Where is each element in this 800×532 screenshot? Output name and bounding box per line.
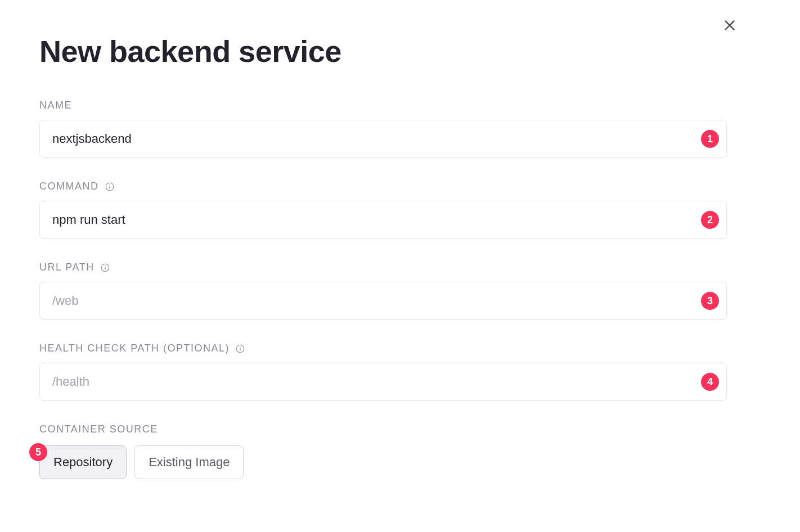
name-input[interactable] [39,120,727,158]
health-check-group: HEALTH CHECK PATH (OPTIONAL) 4 [39,342,727,401]
info-icon[interactable] [100,263,110,273]
close-button[interactable] [721,17,738,34]
name-group: NAME 1 [39,100,727,158]
name-input-wrapper: 1 [39,120,727,158]
health-check-input-wrapper: 4 [39,363,727,401]
info-icon[interactable] [235,344,245,354]
health-check-label-text: HEALTH CHECK PATH (OPTIONAL) [39,342,230,354]
url-path-label-text: URL PATH [39,262,95,273]
command-group: COMMAND 2 [39,181,727,239]
health-check-label: HEALTH CHECK PATH (OPTIONAL) [39,342,727,354]
container-source-toggle: 5 Repository Existing Image [39,445,727,479]
url-path-group: URL PATH 3 [39,262,727,320]
svg-point-1 [109,184,110,186]
command-input[interactable] [39,201,727,239]
annotation-badge-3: 3 [701,292,719,310]
command-input-wrapper: 2 [39,201,727,239]
page-title: New backend service [39,34,727,69]
container-source-group: CONTAINER SOURCE 5 Repository Existing I… [39,423,727,479]
annotation-badge-4: 4 [701,373,719,391]
url-path-input[interactable] [39,282,727,320]
command-label: COMMAND [39,181,727,192]
svg-point-5 [240,346,241,348]
annotation-badge-1: 1 [701,130,719,148]
container-source-label-text: CONTAINER SOURCE [39,423,158,435]
command-label-text: COMMAND [39,181,99,192]
existing-image-toggle[interactable]: Existing Image [134,445,244,479]
new-backend-service-form: New backend service NAME 1 COMMAND 2 [0,0,800,479]
url-path-input-wrapper: 3 [39,282,727,320]
svg-point-3 [105,265,106,267]
repository-toggle[interactable]: Repository [39,445,127,479]
close-icon [722,18,737,33]
annotation-badge-5: 5 [29,443,47,461]
annotation-badge-2: 2 [701,211,719,229]
name-label-text: NAME [39,100,72,111]
info-icon[interactable] [105,182,115,192]
url-path-label: URL PATH [39,262,727,273]
container-source-label: CONTAINER SOURCE [39,423,727,435]
health-check-input[interactable] [39,363,727,401]
name-label: NAME [39,100,727,111]
